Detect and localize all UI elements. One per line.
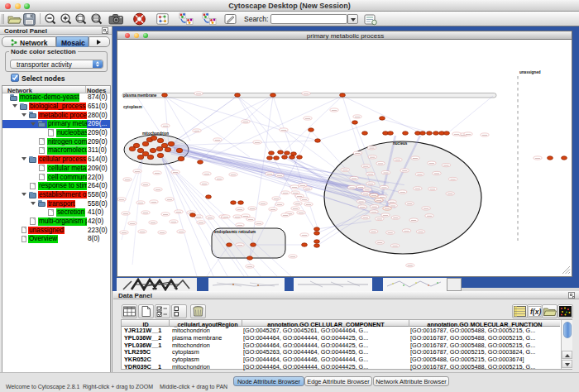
svg-text:mitochondrion: mitochondrion (142, 131, 169, 136)
svg-text:endoplasmic reticulum: endoplasmic reticulum (214, 230, 256, 234)
svg-text:f(x): f(x) (530, 308, 541, 316)
svg-text:nucleus: nucleus (393, 141, 408, 146)
svg-text:cytoplasm: cytoplasm (123, 105, 142, 109)
svg-text:plasma membrane: plasma membrane (123, 93, 157, 98)
svg-text:unassigned: unassigned (519, 70, 541, 74)
